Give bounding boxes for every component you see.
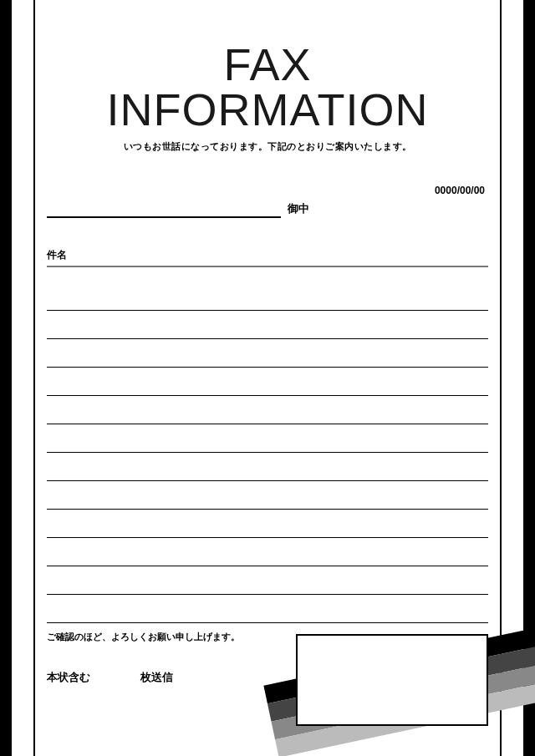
subtitle: いつもお世話になっております。下記のとおりご案内いたします。 [47,140,488,153]
body-lines [47,282,488,623]
pages-row: 本状含む 枚送信 [47,670,283,685]
recipient-suffix: 御中 [288,201,309,218]
title-block: FAX INFORMATION いつもお世話になっております。下記のとおりご案内… [47,42,488,153]
body-line [47,368,488,396]
subject-row: 件名 [47,246,488,267]
page-title: FAX INFORMATION [47,42,488,135]
pages-suffix: 枚送信 [140,670,173,685]
body-line [47,481,488,510]
sender-box [296,634,488,726]
footer-left: ご確認のほど、よろしくお願い申し上げます。 本状含む 枚送信 [47,631,283,685]
date-field: 0000/00/00 [47,185,488,196]
body-line [47,339,488,368]
content-area: FAX INFORMATION いつもお世話になっております。下記のとおりご案内… [0,0,535,756]
pages-prefix: 本状含む [47,670,90,685]
recipient-underline [47,201,281,218]
body-line [47,510,488,538]
body-line [47,595,488,623]
subject-label: 件名 [47,249,67,261]
body-line [47,453,488,481]
body-line [47,282,488,311]
recipient-row: 御中 [47,201,488,218]
body-line [47,424,488,453]
body-line [47,311,488,339]
body-line [47,538,488,566]
confirm-text: ご確認のほど、よろしくお願い申し上げます。 [47,631,283,643]
footer: ご確認のほど、よろしくお願い申し上げます。 本状含む 枚送信 [47,631,488,726]
body-line [47,566,488,595]
body-line [47,396,488,424]
